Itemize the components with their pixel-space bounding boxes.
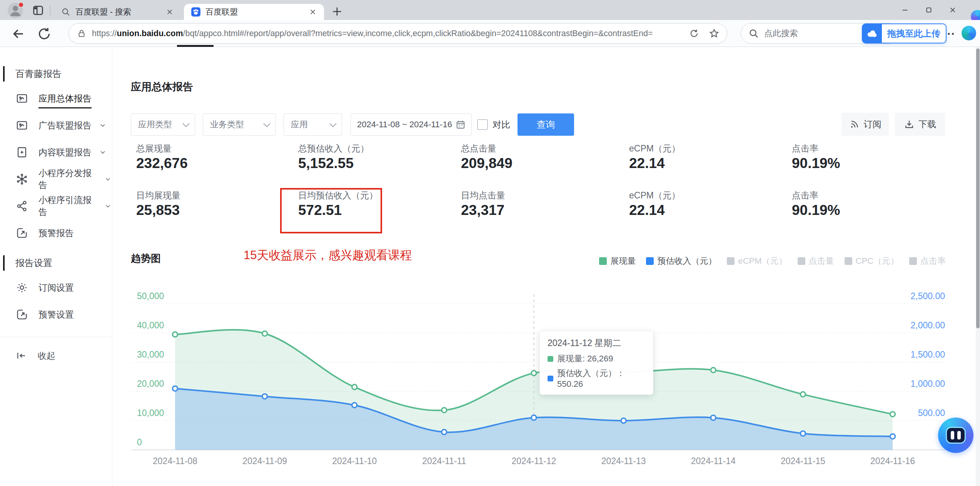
legend-label: 点击率	[920, 255, 946, 267]
tab-overview-icon[interactable]	[32, 4, 45, 17]
data-point-预估收入（元）	[442, 429, 447, 434]
stat-label: 总预估收入（元）	[298, 143, 369, 155]
url-bar[interactable]: https://union.baidu.com/bqt/appco.html#/…	[68, 23, 727, 44]
download-label: 下载	[918, 118, 936, 130]
stat-value: 23,317	[461, 202, 504, 218]
tab-title: 百度联盟 - 搜索	[75, 7, 160, 17]
sidebar-item-小程序分发报告[interactable]: 小程序分发报告	[0, 168, 112, 190]
x-axis-label: 2024-11-15	[781, 456, 825, 466]
browser-tab-1[interactable]: 百度联盟 - 搜索	[54, 4, 181, 20]
sidebar-collapse-button[interactable]: 收起	[0, 345, 112, 366]
sidebar-section-header: 报告设置	[0, 255, 112, 271]
y-axis-right-tick: 1,000.00	[910, 379, 945, 389]
legend-item-点击量[interactable]: 点击量	[798, 255, 834, 267]
sidebar-item-预警报告[interactable]: 预警报告	[0, 222, 112, 244]
magnifier-icon	[748, 28, 760, 39]
search-placeholder: 点此搜索	[764, 28, 798, 39]
maximize-icon[interactable]	[917, 0, 941, 20]
data-point-预估收入（元）	[352, 403, 357, 408]
legend-item-CPC（元）[interactable]: CPC（元）	[845, 255, 899, 267]
app-select[interactable]: 应用	[284, 113, 342, 136]
tooltip-row: 展现量: 26,269	[548, 353, 645, 364]
distribute-icon	[15, 173, 28, 186]
section-header-label: 报告设置	[15, 257, 52, 269]
sidebar-item-label: 广告联盟报告	[38, 120, 92, 131]
stat-label: 点击率	[792, 190, 818, 201]
series-line-展现量	[175, 330, 893, 414]
y-axis-left-tick: 20,000	[137, 379, 164, 389]
y-axis-right-tick: 2,500.00	[910, 291, 945, 301]
query-button[interactable]: 查询	[518, 113, 574, 136]
copilot-toolbar-icon[interactable]	[960, 25, 977, 42]
series-area-展现量	[175, 330, 893, 450]
data-point-预估收入（元）	[890, 434, 895, 439]
robot-face	[946, 427, 966, 444]
search-icon	[61, 7, 71, 17]
avatar-icon[interactable]	[8, 3, 23, 18]
sidebar: 百青藤报告应用总体报告广告联盟报告内容联盟报告小程序分发报告小程序引流报告预警报…	[0, 47, 112, 486]
close-icon[interactable]	[941, 0, 965, 20]
stat-value: 25,853	[136, 202, 180, 218]
share-icon	[15, 200, 28, 213]
minimize-icon[interactable]	[893, 0, 917, 20]
subscribe-button[interactable]: 订阅	[841, 113, 889, 136]
data-point-展现量	[890, 412, 895, 417]
data-point-展现量	[711, 368, 716, 373]
reload-icon[interactable]	[37, 26, 52, 42]
trend-chart[interactable]: 0010,000500.0020,0001,000.0030,0001,500.…	[0, 0, 980, 486]
new-tab-icon[interactable]	[330, 5, 344, 18]
legend-item-点击率[interactable]: 点击率	[909, 255, 946, 267]
back-icon[interactable]	[11, 26, 26, 42]
legend-label: 点击量	[809, 255, 834, 267]
star-icon[interactable]	[708, 28, 720, 39]
compare-checkbox[interactable]	[477, 119, 488, 130]
y-axis-right-tick: 2,000.00	[910, 320, 945, 330]
upload-label: 拖拽至此上传	[882, 23, 947, 43]
close-icon[interactable]	[308, 7, 318, 17]
assistant-robot-icon[interactable]	[938, 418, 973, 453]
date-range-input[interactable]: 2024-11-08 ~ 2024-11-16	[351, 113, 472, 136]
legend-swatch	[845, 257, 852, 265]
legend-swatch	[798, 257, 805, 265]
app-type-select[interactable]: 应用类型	[131, 113, 195, 136]
compare-label: 对比	[493, 119, 510, 131]
tab-title: 百度联盟	[205, 7, 303, 17]
date-range-value: 2024-11-08 ~ 2024-11-16	[357, 120, 452, 130]
sidebar-item-广告联盟报告[interactable]: 广告联盟报告	[0, 115, 112, 136]
legend-item-展现量[interactable]: 展现量	[599, 255, 636, 267]
data-point-展现量	[262, 331, 267, 336]
collapse-label: 收起	[38, 350, 55, 362]
sidebar-item-内容联盟报告[interactable]: 内容联盟报告	[0, 141, 112, 163]
sidebar-item-小程序引流报告[interactable]: 小程序引流报告	[0, 195, 112, 217]
legend-item-eCPM（元）[interactable]: eCPM（元）	[727, 255, 787, 267]
alert-icon	[15, 308, 28, 321]
data-point-预估收入（元）	[262, 394, 267, 399]
sidebar-item-应用总体报告[interactable]: 应用总体报告	[0, 88, 112, 109]
collapse-icon	[15, 350, 27, 361]
page-reload-icon[interactable]	[688, 28, 700, 39]
legend-swatch	[646, 257, 654, 265]
x-axis-label: 2024-11-11	[422, 456, 466, 466]
y-axis-left-tick: 0	[137, 437, 142, 447]
sidebar-item-预警设置[interactable]: 预警设置	[0, 304, 112, 325]
stat-label: eCPM（元）	[629, 143, 680, 155]
legend-item-预估收入（元）[interactable]: 预估收入（元）	[646, 255, 716, 267]
biz-type-select[interactable]: 业务类型	[203, 113, 276, 136]
drag-upload-button[interactable]: 拖拽至此上传	[862, 23, 947, 43]
browser-toolbar: https://union.baidu.com/bqt/appco.html#/…	[0, 20, 980, 47]
app-type-label: 应用类型	[138, 119, 172, 130]
browser-tab-2[interactable]: 百度联盟	[184, 4, 324, 20]
active-tab-underline	[177, 45, 214, 47]
page-title: 应用总体报告	[131, 80, 193, 94]
report-icon	[15, 119, 28, 132]
sidebar-item-label: 预警报告	[38, 227, 74, 239]
chart-legend: 展现量预估收入（元）eCPM（元）点击量CPC（元）点击率	[599, 255, 946, 267]
sidebar-section-header: 百青藤报告	[0, 65, 112, 82]
sidebar-item-订阅设置[interactable]: 订阅设置	[0, 277, 112, 298]
chevron-down-icon	[104, 175, 112, 183]
close-icon[interactable]	[165, 7, 175, 17]
download-button[interactable]: 下载	[895, 113, 945, 136]
data-point-预估收入（元）	[711, 415, 716, 420]
scrollbar-thumb[interactable]	[976, 48, 980, 328]
browser-window: 百度联盟 - 搜索百度联盟 https://union.baidu.com/bq…	[0, 0, 980, 486]
